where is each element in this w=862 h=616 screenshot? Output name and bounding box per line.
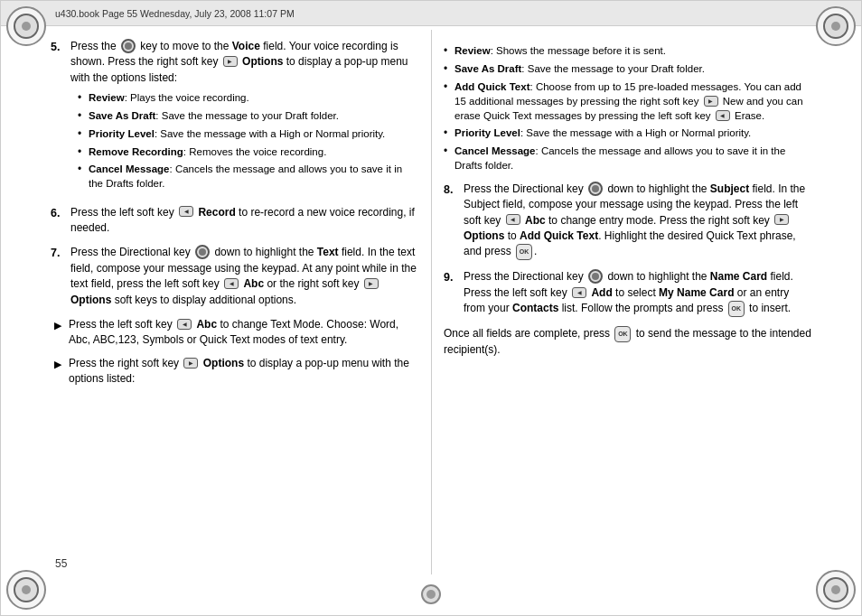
nav-icon-8: [588, 182, 603, 196]
step-8-content: Press the Directional key down to highli…: [464, 182, 811, 261]
step-6-content: Press the left soft key ◀ Record to re-r…: [70, 205, 418, 237]
arrow-item-1: ▶ Press the left soft key ◀ Abc to chang…: [51, 317, 418, 349]
step-8: 8. Press the Directional key down to hig…: [444, 182, 811, 261]
right-column: • Review: Shows the message before it is…: [444, 30, 811, 574]
step-7-content: Press the Directional key down to highli…: [70, 245, 418, 308]
arrow-item-2: ▶ Press the right soft key ▶ Options to …: [51, 356, 418, 387]
bullet-item: • Cancel Message: Cancels the message an…: [78, 162, 418, 191]
content-area: 5. Press the key to move to the Voice fi…: [51, 30, 811, 574]
bullet-item: • Remove Recording: Removes the voice re…: [78, 145, 418, 160]
softkey-left-9: ◀: [572, 287, 586, 298]
ok-icon-close: OK: [614, 326, 631, 342]
step-9-content: Press the Directional key down to highli…: [464, 269, 811, 317]
header-bar: u430.book Page 55 Wednesday, July 23, 20…: [1, 1, 861, 26]
corner-decoration-br: [816, 570, 856, 610]
softkey-left-arrow1: ◀: [177, 319, 192, 330]
step-5: 5. Press the key to move to the Voice fi…: [51, 39, 418, 196]
softkey-right-8: ▶: [774, 214, 789, 225]
corner-decoration-bl: [6, 570, 46, 610]
bottom-decoration: [421, 584, 441, 604]
step-8-number: 8.: [444, 182, 464, 261]
page-container: u430.book Page 55 Wednesday, July 23, 20…: [0, 0, 862, 616]
step-7: 7. Press the Directional key down to hig…: [51, 245, 418, 308]
arrow-symbol-2: ▶: [54, 356, 69, 387]
right-top-bullets: • Review: Shows the message before it is…: [444, 43, 811, 173]
nav-icon-9: [588, 269, 603, 284]
step-5-content: Press the key to move to the Voice field…: [70, 39, 418, 196]
bullet-item: • Save As Draft: Save the message to you…: [78, 108, 418, 124]
bullet-item: • Add Quick Text: Choose from up to 15 p…: [444, 79, 811, 123]
softkey-right-arrow2: ▶: [183, 358, 198, 369]
arrow-content-1: Press the left soft key ◀ Abc to change …: [69, 317, 418, 349]
corner-decoration-tr: [816, 6, 856, 46]
closing-paragraph: Once all fields are complete, press OK t…: [444, 326, 811, 358]
bullet-item: • Save As Draft: Save the message to you…: [444, 61, 811, 77]
softkey-right-icon-5: ▶: [223, 56, 238, 67]
arrow-symbol-1: ▶: [54, 317, 69, 349]
step-6: 6. Press the left soft key ◀ Record to r…: [51, 205, 418, 237]
nav-icon-7: [195, 245, 210, 259]
corner-decoration-tl: [6, 6, 46, 46]
softkey-right-icon-7: ▶: [364, 278, 379, 289]
bullet-item: • Cancel Message: Cancels the message an…: [444, 144, 811, 173]
step-9-number: 9.: [444, 269, 464, 317]
step-5-bullets: • Review: Plays the voice recording. • S…: [78, 90, 418, 191]
softkey-left-icon-6: ◀: [179, 206, 193, 217]
step-9: 9. Press the Directional key down to hig…: [444, 269, 811, 317]
bullet-item: • Review: Shows the message before it is…: [444, 43, 811, 59]
ok-icon-8: OK: [516, 244, 532, 260]
header-text: u430.book Page 55 Wednesday, July 23, 20…: [55, 8, 295, 19]
softkey-right-aqt: ▶: [704, 96, 718, 107]
arrow-content-2: Press the right soft key ▶ Options to di…: [69, 356, 418, 387]
step-7-number: 7.: [51, 245, 70, 308]
bullet-item: • Priority Level: Save the message with …: [444, 126, 811, 141]
nav-icon-5: [121, 39, 136, 53]
step-6-number: 6.: [51, 205, 70, 237]
left-column: 5. Press the key to move to the Voice fi…: [51, 30, 418, 574]
softkey-left-8: ◀: [506, 214, 520, 225]
ok-icon-9: OK: [728, 301, 745, 317]
bullet-item: • Priority Level: Save the message with …: [78, 126, 418, 142]
bullet-item: • Review: Plays the voice recording.: [78, 90, 418, 106]
step-5-number: 5.: [51, 39, 70, 196]
softkey-left-aqt: ◀: [716, 110, 730, 121]
softkey-left-icon-7: ◀: [224, 278, 239, 289]
